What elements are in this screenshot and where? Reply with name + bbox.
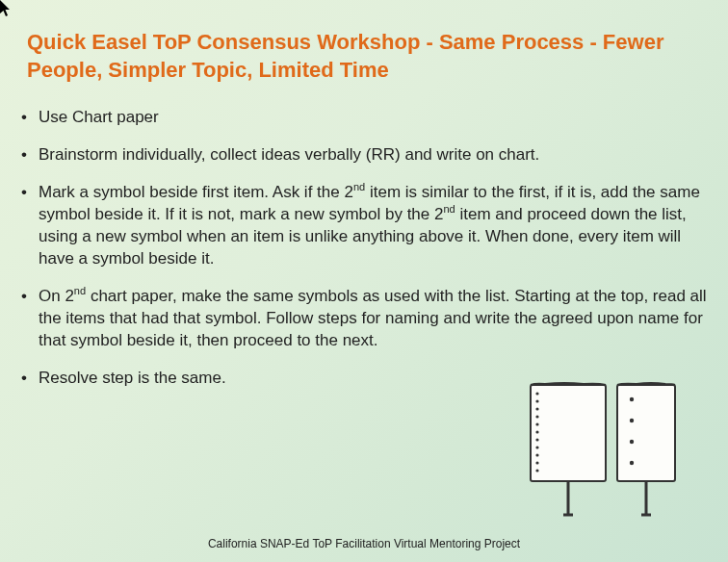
svg-point-4: [535, 415, 538, 418]
svg-point-5: [535, 422, 538, 425]
svg-point-16: [630, 419, 634, 422]
svg-point-10: [535, 461, 538, 464]
svg-point-15: [630, 397, 634, 401]
slide: Quick Easel ToP Consensus Workshop - Sam…: [0, 0, 728, 562]
bullet-list: Use Chart paper Brainstorm individually,…: [19, 107, 709, 389]
easel-chart-right-icon: [617, 383, 675, 515]
slide-title: Quick Easel ToP Consensus Workshop - Sam…: [19, 29, 709, 84]
svg-point-6: [535, 430, 538, 433]
svg-point-7: [535, 438, 538, 441]
svg-rect-14: [617, 385, 675, 481]
bullet-item: Brainstorm individually, collect ideas v…: [19, 144, 709, 166]
svg-point-8: [535, 446, 538, 448]
bullet-item: Use Chart paper: [19, 107, 709, 129]
svg-point-2: [535, 399, 538, 402]
svg-point-1: [535, 392, 538, 395]
easel-chart-left-icon: [531, 383, 606, 515]
bullet-item: On 2nd chart paper, make the same symbol…: [19, 286, 709, 352]
svg-rect-0: [531, 385, 606, 481]
easel-illustration: [526, 380, 689, 524]
bullet-item: Mark a symbol beside first item. Ask if …: [19, 182, 709, 270]
svg-point-3: [535, 407, 538, 410]
svg-point-9: [535, 453, 538, 456]
footer-text: California SNAP-Ed ToP Facilitation Virt…: [0, 537, 728, 550]
svg-point-18: [630, 461, 634, 465]
svg-point-11: [535, 469, 538, 472]
svg-point-17: [630, 440, 634, 444]
